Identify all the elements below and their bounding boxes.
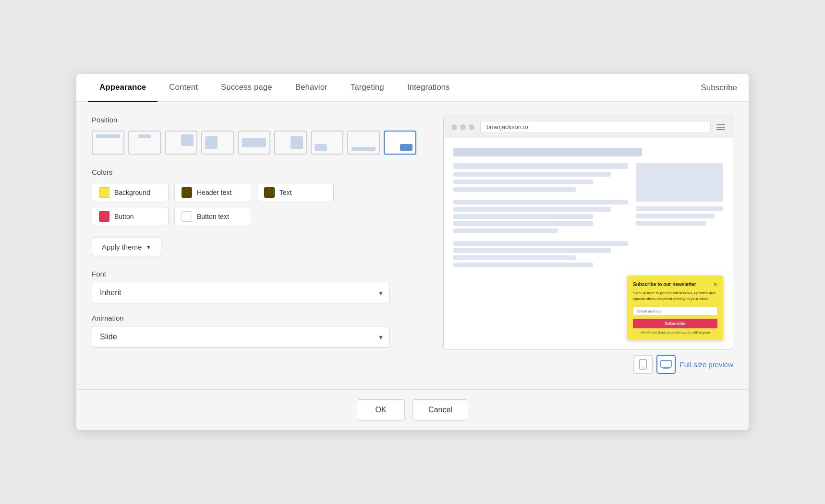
position-bottom-center-bar[interactable] <box>347 131 380 155</box>
sk-s3 <box>636 214 715 218</box>
sk-s4 <box>636 221 706 226</box>
position-grid <box>92 131 428 155</box>
tab-content[interactable]: Content <box>158 74 209 102</box>
sk8 <box>453 221 593 226</box>
color-row-1: Background Header text Text <box>92 183 428 202</box>
sk3 <box>453 180 593 184</box>
font-select[interactable]: Inherit Arial Georgia Helvetica <box>92 282 389 303</box>
animation-label: Animation <box>92 314 428 322</box>
background-swatch <box>99 187 109 198</box>
tab-bar: Appearance Content Success page Behavior… <box>76 74 749 102</box>
tab-success-page[interactable]: Success page <box>209 74 284 102</box>
sk-s1 <box>636 163 723 202</box>
position-top-center[interactable] <box>128 131 161 155</box>
browser-dots <box>451 124 474 130</box>
animation-select[interactable]: Slide Fade None <box>92 326 389 348</box>
sk12 <box>453 255 576 260</box>
button-swatch <box>99 211 109 222</box>
apply-theme-label: Apply theme <box>102 243 142 251</box>
browser-dot-2 <box>460 124 466 130</box>
ok-button[interactable]: OK <box>357 399 405 420</box>
popup-widget: Subscribe to our newsletter ✕ Sign up he… <box>627 276 723 340</box>
modal-container: Appearance Content Success page Behavior… <box>76 74 749 430</box>
tab-targeting[interactable]: Targeting <box>339 74 396 102</box>
popup-subscribe-button[interactable]: Subscribe <box>633 319 717 328</box>
sk2 <box>453 172 611 177</box>
position-top-right[interactable] <box>165 131 197 155</box>
sk-s2 <box>636 206 723 211</box>
apply-theme-arrow-icon: ▼ <box>146 244 151 251</box>
svg-rect-2 <box>661 360 671 367</box>
browser-url-bar: brianjackson.io <box>480 121 711 133</box>
desktop-preview-button[interactable] <box>656 355 676 374</box>
popup-header: Subscribe to our newsletter ✕ <box>633 281 717 288</box>
sk13 <box>453 263 593 267</box>
sk4 <box>453 187 576 192</box>
sk11 <box>453 248 611 253</box>
colors-section: Colors Background Header text Text <box>92 168 428 226</box>
svg-point-1 <box>643 367 643 368</box>
browser-menu-icon <box>716 124 725 130</box>
button-text-swatch <box>182 211 192 222</box>
position-center[interactable] <box>238 131 270 155</box>
skeleton-sidebar <box>636 163 723 270</box>
tab-subscribe[interactable]: Subscribe <box>701 74 737 101</box>
button-text-label: Button text <box>197 213 229 220</box>
tab-behavior[interactable]: Behavior <box>284 74 339 102</box>
browser-dot-3 <box>469 124 474 130</box>
sk1 <box>453 163 628 169</box>
browser-content: Subscribe to our newsletter ✕ Sign up he… <box>444 138 733 349</box>
browser-mockup: brianjackson.io <box>443 116 733 350</box>
browser-bar: brianjackson.io <box>444 116 733 138</box>
mobile-preview-button[interactable] <box>633 355 653 374</box>
header-text-swatch <box>182 187 192 198</box>
popup-email-input[interactable] <box>633 307 717 316</box>
position-middle-left[interactable] <box>201 131 234 155</box>
skeleton-layout <box>453 163 723 270</box>
font-section: Font Inherit Arial Georgia Helvetica ▾ <box>92 270 428 303</box>
browser-dot-1 <box>451 124 457 130</box>
cancel-button[interactable]: Cancel <box>412 399 468 420</box>
left-panel: Position <box>92 116 428 376</box>
popup-footer: We will not share your information with … <box>633 331 717 334</box>
position-top-left[interactable] <box>92 131 124 155</box>
right-panel: brianjackson.io <box>443 116 733 376</box>
main-content: Position <box>76 102 749 389</box>
position-middle-right[interactable] <box>274 131 307 155</box>
animation-section: Animation Slide Fade None ▾ <box>92 314 428 348</box>
font-select-wrapper: Inherit Arial Georgia Helvetica ▾ <box>92 282 389 303</box>
position-bottom-right[interactable] <box>384 131 416 155</box>
header-text-label: Header text <box>197 189 231 196</box>
modal-footer: OK Cancel <box>76 389 749 430</box>
text-label: Text <box>279 189 292 196</box>
preview-controls: Full-size preview <box>443 350 733 376</box>
animation-select-wrapper: Slide Fade None ▾ <box>92 326 389 348</box>
sk6 <box>453 207 611 212</box>
color-button-text[interactable]: Button text <box>174 207 251 226</box>
color-header-text[interactable]: Header text <box>174 183 251 202</box>
apply-theme-button[interactable]: Apply theme ▼ <box>92 238 161 256</box>
font-label: Font <box>92 270 428 278</box>
sk9 <box>453 228 558 233</box>
text-swatch <box>264 187 275 198</box>
color-row-2: Button Button text <box>92 207 428 226</box>
skeleton-header <box>453 148 642 156</box>
position-label: Position <box>92 116 428 124</box>
full-preview-link[interactable]: Full-size preview <box>679 360 733 369</box>
skeleton-main <box>453 163 628 270</box>
button-label: Button <box>114 213 133 220</box>
tab-integrations[interactable]: Integrations <box>396 74 461 102</box>
color-button[interactable]: Button <box>92 207 169 226</box>
background-label: Background <box>114 189 150 196</box>
color-text[interactable]: Text <box>257 183 334 202</box>
position-bottom-left[interactable] <box>311 131 343 155</box>
popup-title: Subscribe to our newsletter <box>633 281 710 288</box>
popup-close-icon[interactable]: ✕ <box>713 281 717 288</box>
colors-label: Colors <box>92 168 428 176</box>
sk7 <box>453 214 593 219</box>
sk10 <box>453 241 628 246</box>
color-background[interactable]: Background <box>92 183 169 202</box>
tab-appearance[interactable]: Appearance <box>88 74 158 102</box>
popup-body: Sign up here to get the latest news, upd… <box>633 290 717 302</box>
sk5 <box>453 200 628 204</box>
